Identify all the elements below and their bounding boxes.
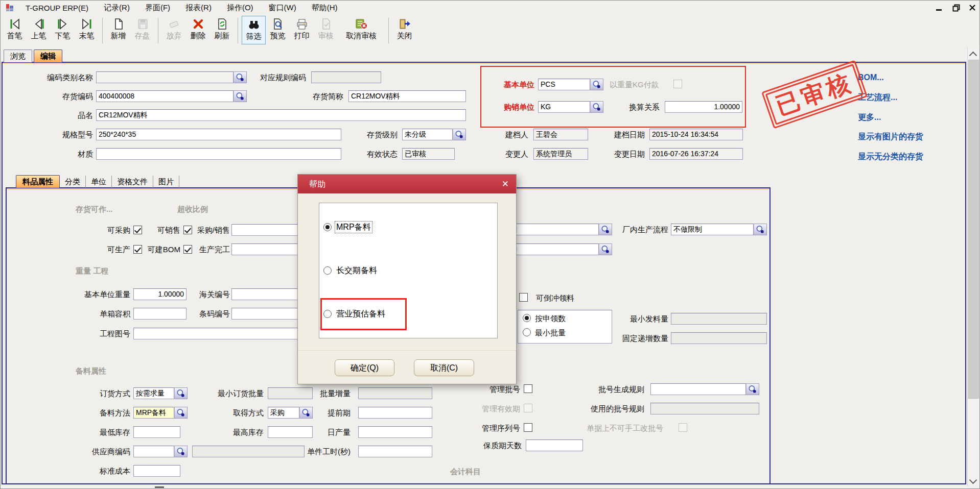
code-category-field[interactable]	[96, 71, 234, 83]
tab-edit[interactable]: 编辑	[34, 50, 62, 62]
std-cost-field[interactable]	[133, 465, 180, 477]
long-leadtime-radio[interactable]	[323, 266, 332, 275]
customs-code-field[interactable]	[231, 288, 305, 300]
restore-button[interactable]	[950, 3, 962, 13]
supplier-code-field[interactable]	[133, 446, 174, 457]
last-record-button[interactable]: 末笔	[75, 16, 99, 44]
refresh-button[interactable]: 刷新	[210, 16, 234, 44]
exit-button[interactable]: 关闭	[392, 16, 416, 44]
modifier-field: 系统管理员	[533, 148, 588, 160]
manage-batch-checkbox[interactable]	[524, 384, 532, 393]
prev-record-icon	[32, 17, 46, 31]
horizontal-scrollbar[interactable]	[2, 485, 966, 489]
menu-item-window[interactable]: 窗口(W)	[269, 3, 296, 13]
batch-rule-lookup-button[interactable]	[746, 383, 759, 395]
mrp-prep-option-label[interactable]: MRP备料	[335, 222, 372, 233]
audit-icon	[319, 17, 333, 31]
unit-hours-field[interactable]	[358, 446, 432, 457]
min-batch-radio[interactable]	[523, 328, 531, 336]
batch-rule-field[interactable]	[650, 383, 746, 395]
minimize-icon	[936, 9, 942, 11]
prod-finish-ratio-label: 生产完工	[179, 243, 230, 255]
horizontal-scrollbar-thumb[interactable]	[155, 486, 164, 488]
link-show-unclassified[interactable]: 显示无分类的存货	[858, 152, 923, 162]
trade-unit-lookup-button[interactable]	[590, 101, 603, 113]
tab-classification[interactable]: 分类	[60, 176, 86, 188]
item-code-field[interactable]: 400400008	[96, 90, 234, 102]
menu-item-app[interactable]: T-GROUP ERP(E)	[26, 4, 88, 12]
item-name-field[interactable]: CR12MOV精料	[96, 109, 466, 121]
prev-record-button[interactable]: 上笔	[27, 16, 51, 44]
prep-method-lookup-button[interactable]	[174, 407, 188, 419]
purchase-sale-ratio-field[interactable]	[231, 224, 305, 236]
tab-units[interactable]: 单位	[86, 176, 112, 188]
shelf-days-field[interactable]	[526, 439, 583, 451]
base-unit-lookup-button[interactable]	[590, 79, 603, 90]
supplier-lookup-button[interactable]	[174, 446, 188, 457]
first-record-button[interactable]: 首笔	[3, 16, 27, 44]
delete-button[interactable]: 删除	[186, 16, 210, 44]
minimize-button[interactable]	[932, 3, 945, 13]
level-field[interactable]: 未分级	[402, 129, 453, 140]
dialog-close-button[interactable]: ✕	[502, 175, 509, 193]
preview-icon	[271, 17, 285, 31]
prep-method-field[interactable]: MRP备料	[133, 407, 174, 419]
daily-output-field[interactable]	[358, 426, 432, 438]
link-show-with-picture[interactable]: 显示有图片的存货	[858, 132, 923, 142]
audit-button: 审核	[314, 16, 338, 44]
restriction2-lookup-button[interactable]	[599, 243, 612, 255]
level-lookup-button[interactable]	[453, 129, 466, 140]
backflush-checkbox[interactable]	[519, 293, 528, 302]
drawing-no-field[interactable]	[133, 328, 305, 339]
menu-item-operate[interactable]: 操作(O)	[227, 3, 253, 13]
barcode-field[interactable]	[231, 308, 305, 320]
item-code-lookup-button[interactable]	[234, 90, 247, 102]
mrp-prep-radio[interactable]	[323, 223, 332, 231]
cancel-audit-button[interactable]: 取消审核	[338, 16, 385, 44]
supplier-code-label: 供应商编码	[69, 446, 130, 457]
menu-item-help[interactable]: 帮助(H)	[312, 3, 338, 13]
item-abbr-field[interactable]: CR12MOV精料	[348, 90, 466, 102]
tab-accent-line	[3, 63, 965, 64]
restriction1-lookup-button[interactable]	[599, 224, 612, 235]
link-more[interactable]: 更多...	[858, 112, 881, 123]
modify-date-label: 变更日期	[593, 148, 645, 160]
menu-item-record[interactable]: 记录(R)	[104, 3, 130, 13]
spec-field[interactable]: 250*240*35	[96, 129, 341, 140]
long-leadtime-option-label[interactable]: 长交期备料	[336, 265, 377, 276]
menu-item-report[interactable]: 报表(R)	[185, 3, 212, 13]
manage-serial-checkbox[interactable]	[524, 423, 532, 432]
acquire-mode-lookup-button[interactable]	[299, 407, 313, 419]
close-button[interactable]	[966, 3, 978, 13]
order-mode-lookup-button[interactable]	[174, 387, 188, 399]
next-record-button[interactable]: 下笔	[51, 16, 75, 44]
last-record-icon	[80, 17, 94, 31]
tab-item-attributes[interactable]: 料品属性	[16, 175, 60, 188]
sales-forecast-radio[interactable]	[323, 310, 332, 318]
tab-browse[interactable]: 浏览	[4, 50, 32, 62]
code-category-lookup-button[interactable]	[234, 71, 247, 83]
filter-button[interactable]: 筛选	[242, 16, 266, 44]
code-category-label: 编码类别名称	[21, 71, 93, 83]
preview-button[interactable]: 预览	[266, 16, 290, 44]
menu-item-interface[interactable]: 界面(F)	[145, 3, 170, 13]
prod-finish-ratio-field[interactable]	[231, 243, 305, 255]
help-dialog: 帮助 ✕ MRP备料 长交期备料 营业预估备料 确定(Q) 取消(C)	[297, 174, 517, 384]
ok-button[interactable]: 确定(Q)	[335, 359, 394, 376]
material-field[interactable]	[96, 148, 341, 160]
vertical-scrollbar-thumb[interactable]	[968, 60, 979, 399]
print-button[interactable]: 打印	[290, 16, 314, 44]
order-mode-field[interactable]: 按需求量	[133, 387, 174, 399]
lead-time-field[interactable]	[358, 407, 432, 419]
dialog-divider	[298, 351, 516, 352]
tab-pictures[interactable]: 图片	[153, 176, 179, 188]
min-stock-field[interactable]	[133, 426, 180, 438]
tab-qualification-files[interactable]: 资格文件	[112, 176, 153, 188]
by-request-radio[interactable]	[523, 314, 531, 322]
cancel-button[interactable]: 取消(C)	[414, 359, 474, 376]
spec-label: 规格型号	[21, 129, 93, 140]
factory-flow-lookup-button[interactable]	[754, 224, 767, 235]
new-button[interactable]: 新增	[106, 16, 130, 44]
acquire-mode-field[interactable]: 采购	[268, 407, 299, 419]
factory-flow-field[interactable]: 不做限制	[671, 224, 754, 235]
